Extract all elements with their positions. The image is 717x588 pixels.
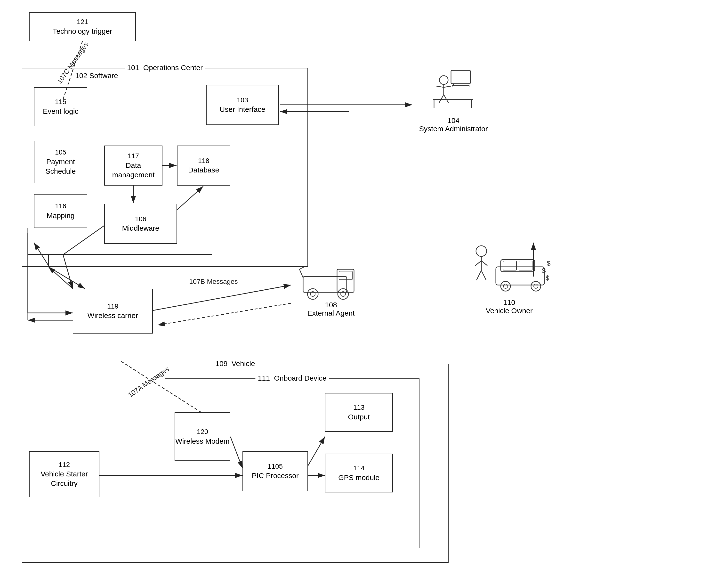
event-logic-label: Event logic: [43, 106, 79, 116]
vehicle-starter-box: 112 Vehicle Starter Circuitry: [29, 451, 100, 497]
wireless-modem-num: 120: [197, 427, 208, 436]
payment-schedule-num: 105: [55, 148, 66, 157]
svg-point-50: [476, 246, 487, 256]
wireless-modem-label: Wireless Modem: [175, 436, 230, 446]
svg-line-34: [444, 86, 451, 87]
svg-rect-43: [339, 271, 352, 280]
svg-line-53: [481, 261, 487, 266]
svg-rect-29: [451, 70, 471, 84]
svg-point-32: [439, 76, 448, 84]
event-logic-num: 115: [55, 98, 66, 106]
vehicle-label: Vehicle: [232, 359, 255, 368]
data-mgmt-num: 117: [128, 152, 139, 160]
svg-line-15: [158, 303, 291, 325]
user-interface-box: 103 User Interface: [206, 85, 279, 125]
system-admin-label: 104 System Administrator: [417, 117, 490, 133]
ops-center-num: 101: [127, 64, 139, 71]
vehicle-num: 109: [215, 359, 227, 368]
wireless-carrier-num: 119: [107, 302, 118, 311]
gps-module-num: 114: [353, 464, 365, 472]
external-agent-label: 108 External Agent: [294, 301, 369, 317]
svg-text:$: $: [546, 274, 549, 281]
svg-point-46: [338, 289, 348, 299]
svg-line-52: [475, 261, 481, 266]
svg-rect-59: [519, 261, 532, 270]
database-box: 118 Database: [177, 146, 230, 186]
user-interface-label: User Interface: [220, 105, 265, 114]
onboard-device-num: 111: [258, 374, 270, 382]
database-label: Database: [188, 165, 219, 175]
tech-trigger-label: Technology trigger: [52, 26, 112, 36]
svg-line-13: [153, 285, 291, 311]
svg-point-60: [501, 281, 510, 291]
svg-line-9: [48, 267, 73, 289]
onboard-device-label: Onboard Device: [274, 374, 327, 382]
wireless-modem-box: 120 Wireless Modem: [175, 412, 230, 461]
svg-line-36: [439, 94, 444, 103]
vehicle-owner-icon: $ $ $: [461, 243, 558, 296]
payment-schedule-label: Payment Schedule: [35, 157, 87, 176]
database-num: 118: [198, 156, 210, 165]
onboard-device-title: 111 Onboard Device: [255, 374, 329, 382]
output-num: 113: [353, 403, 365, 412]
pic-processor-box: 1105 PIC Processor: [242, 451, 308, 491]
output-box: 113 Output: [325, 393, 393, 432]
data-mgmt-label: Data management: [105, 161, 162, 180]
middleware-num: 106: [135, 215, 147, 224]
event-logic-box: 115 Event logic: [34, 87, 87, 126]
svg-line-54: [476, 271, 481, 280]
wireless-carrier-label: Wireless carrier: [88, 311, 138, 320]
svg-text:$: $: [542, 267, 546, 274]
system-admin-icon: [417, 68, 490, 111]
svg-line-12: [48, 267, 85, 289]
vehicle-starter-label: Vehicle Starter Circuitry: [29, 469, 99, 488]
output-label: Output: [348, 412, 370, 422]
middleware-box: 106 Middleware: [104, 204, 177, 244]
user-interface-num: 103: [237, 96, 248, 105]
svg-rect-31: [452, 86, 469, 87]
ops-center-title: 101 Operations Center: [125, 64, 205, 72]
svg-point-62: [531, 281, 541, 291]
svg-text:107B Messages: 107B Messages: [189, 278, 238, 285]
gps-module-box: 114 GPS module: [325, 454, 393, 492]
data-management-box: 117 Data management: [104, 146, 162, 186]
technology-trigger-box: 121 Technology trigger: [29, 12, 136, 41]
vehicle-owner-label: 110 Vehicle Owner: [473, 298, 546, 315]
mapping-num: 116: [55, 202, 66, 211]
ops-center-label: Operations Center: [143, 64, 203, 71]
svg-line-48: [300, 269, 303, 278]
middleware-label: Middleware: [122, 224, 159, 233]
svg-line-55: [481, 271, 486, 280]
diagram: 121 Technology trigger 101 Operations Ce…: [0, 0, 717, 588]
mapping-box: 116 Mapping: [34, 194, 87, 228]
gps-module-label: GPS module: [338, 473, 379, 482]
svg-line-35: [436, 86, 444, 87]
vehicle-starter-num: 112: [59, 460, 70, 469]
pic-processor-label: PIC Processor: [252, 471, 299, 480]
svg-line-37: [444, 94, 449, 103]
payment-schedule-box: 105 Payment Schedule: [34, 141, 87, 183]
svg-rect-57: [501, 259, 535, 272]
svg-text:$: $: [547, 259, 551, 267]
svg-rect-58: [503, 261, 517, 270]
pic-processor-num: 1105: [268, 462, 283, 471]
mapping-label: Mapping: [47, 211, 74, 220]
svg-point-44: [307, 289, 318, 299]
wireless-carrier-box: 119 Wireless carrier: [73, 289, 153, 334]
tech-trigger-num: 121: [77, 18, 88, 26]
svg-line-49: [300, 267, 304, 269]
vehicle-title: 109 Vehicle: [213, 359, 257, 368]
external-agent-icon: [291, 262, 369, 301]
